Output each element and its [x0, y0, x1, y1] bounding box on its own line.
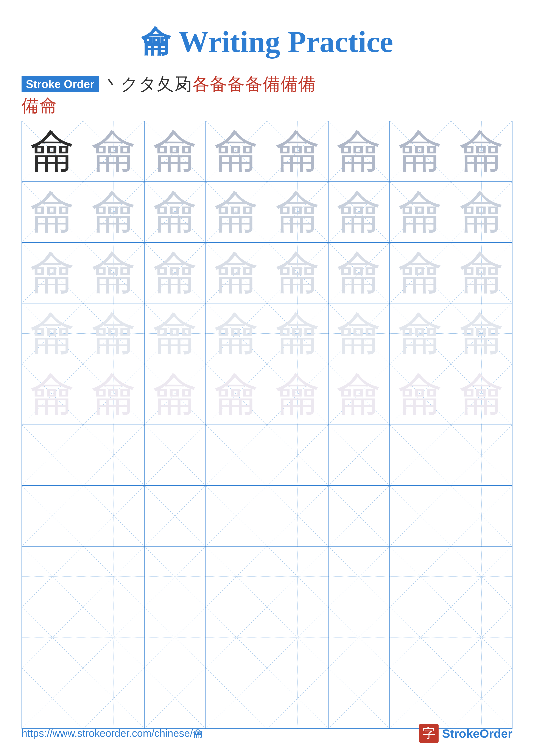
grid-cell-6-3[interactable]: [144, 425, 206, 485]
grid-cell-2-3[interactable]: 龠: [144, 182, 206, 242]
grid-cell-1-2[interactable]: 龠: [83, 121, 145, 181]
footer-url[interactable]: https://www.strokeorder.com/chinese/龠: [21, 726, 203, 740]
grid-cell-2-4[interactable]: 龠: [206, 182, 267, 242]
grid-cell-1-5[interactable]: 龠: [267, 121, 329, 181]
grid-cell-6-5[interactable]: [267, 425, 329, 485]
grid-cell-4-3[interactable]: 龠: [144, 304, 206, 364]
grid-cell-4-4[interactable]: 龠: [206, 304, 267, 364]
grid-cell-3-4[interactable]: 龠: [206, 243, 267, 303]
grid-cell-6-4[interactable]: [206, 425, 267, 485]
grid-cell-7-8[interactable]: [451, 486, 512, 546]
grid-cell-1-4[interactable]: 龠: [206, 121, 267, 181]
grid-cell-6-7[interactable]: [390, 425, 451, 485]
grid-cell-7-7[interactable]: [390, 486, 451, 546]
grid-cell-3-2[interactable]: 龠: [83, 243, 145, 303]
grid-cell-5-2[interactable]: 龠: [83, 364, 145, 424]
grid-cell-2-6[interactable]: 龠: [328, 182, 390, 242]
grid-cell-8-4[interactable]: [206, 547, 267, 607]
grid-cell-4-2[interactable]: 龠: [83, 304, 145, 364]
cell-char-guide: 龠: [214, 311, 259, 356]
svg-line-104: [267, 486, 328, 546]
grid-cell-3-5[interactable]: 龠: [267, 243, 329, 303]
grid-cell-3-6[interactable]: 龠: [328, 243, 390, 303]
grid-cell-7-3[interactable]: [144, 486, 206, 546]
grid-cell-5-5[interactable]: 龠: [267, 364, 329, 424]
grid-cell-4-8[interactable]: 龠: [451, 304, 512, 364]
grid-cell-9-5[interactable]: [267, 607, 329, 668]
svg-line-146: [83, 668, 144, 728]
svg-line-120: [267, 547, 328, 607]
grid-cell-5-3[interactable]: 龠: [144, 364, 206, 424]
stroke-char-5: 各: [192, 75, 209, 93]
grid-cell-10-4[interactable]: [206, 668, 267, 728]
grid-cell-3-7[interactable]: 龠: [390, 243, 451, 303]
grid-cell-8-7[interactable]: [390, 547, 451, 607]
cell-char-guide: 龠: [336, 129, 381, 174]
grid-cell-10-8[interactable]: [451, 668, 512, 728]
grid-cell-8-3[interactable]: [144, 547, 206, 607]
grid-cell-5-6[interactable]: 龠: [328, 364, 390, 424]
grid-cell-9-1[interactable]: [22, 607, 83, 668]
grid-cell-6-8[interactable]: [451, 425, 512, 485]
grid-cell-7-6[interactable]: [328, 486, 390, 546]
grid-cell-5-4[interactable]: 龠: [206, 364, 267, 424]
grid-cell-6-2[interactable]: [83, 425, 145, 485]
grid-cell-8-1[interactable]: [22, 547, 83, 607]
grid-cell-9-6[interactable]: [328, 607, 390, 668]
grid-cell-3-1[interactable]: 龠: [22, 243, 83, 303]
grid-cell-4-1[interactable]: 龠: [22, 304, 83, 364]
svg-line-82: [83, 425, 144, 485]
grid-cell-9-3[interactable]: [144, 607, 206, 668]
grid-cell-7-1[interactable]: [22, 486, 83, 546]
grid-cell-6-1[interactable]: [22, 425, 83, 485]
grid-cell-7-5[interactable]: [267, 486, 329, 546]
svg-line-107: [328, 486, 390, 546]
grid-cell-3-8[interactable]: 龠: [451, 243, 512, 303]
grid-cell-2-5[interactable]: 龠: [267, 182, 329, 242]
grid-cell-1-6[interactable]: 龠: [328, 121, 390, 181]
grid-cell-10-5[interactable]: [267, 668, 329, 728]
cell-char-guide: 龠: [275, 189, 320, 235]
grid-cell-8-6[interactable]: [328, 547, 390, 607]
cell-char-guide: 龠: [30, 250, 75, 295]
grid-cell-3-3[interactable]: 龠: [144, 243, 206, 303]
svg-line-105: [267, 486, 328, 546]
grid-cell-5-8[interactable]: 龠: [451, 364, 512, 424]
grid-cell-1-1[interactable]: 龠: [22, 121, 83, 181]
grid-cell-2-8[interactable]: 龠: [451, 182, 512, 242]
grid-cell-4-7[interactable]: 龠: [390, 304, 451, 364]
grid-cell-10-1[interactable]: [22, 668, 83, 728]
grid-cell-9-2[interactable]: [83, 607, 145, 668]
svg-line-84: [144, 425, 206, 485]
grid-cell-8-2[interactable]: [83, 547, 145, 607]
grid-cell-8-8[interactable]: [451, 547, 512, 607]
page: 龠 Writing Practice Stroke Order 丶 ク タ 夂 …: [0, 0, 534, 756]
grid-cell-10-2[interactable]: [83, 668, 145, 728]
grid-cell-5-7[interactable]: 龠: [390, 364, 451, 424]
stroke-char-0: 丶: [103, 75, 120, 93]
svg-line-145: [22, 668, 83, 728]
grid-cell-9-8[interactable]: [451, 607, 512, 668]
grid-cell-2-7[interactable]: 龠: [390, 182, 451, 242]
grid-cell-1-7[interactable]: 龠: [390, 121, 451, 181]
grid-cell-1-3[interactable]: 龠: [144, 121, 206, 181]
grid-cell-1-8[interactable]: 龠: [451, 121, 512, 181]
svg-line-95: [451, 425, 512, 485]
grid-cell-2-1[interactable]: 龠: [22, 182, 83, 242]
cell-char-guide: 龠: [336, 372, 381, 417]
grid-cell-10-7[interactable]: [390, 668, 451, 728]
grid-cell-10-6[interactable]: [328, 668, 390, 728]
grid-cell-4-6[interactable]: 龠: [328, 304, 390, 364]
grid-cell-9-4[interactable]: [206, 607, 267, 668]
grid-cell-7-4[interactable]: [206, 486, 267, 546]
grid-cell-6-6[interactable]: [328, 425, 390, 485]
grid-cell-7-2[interactable]: [83, 486, 145, 546]
grid-cell-2-2[interactable]: 龠: [83, 182, 145, 242]
grid-cell-5-1[interactable]: 龠: [22, 364, 83, 424]
grid-cell-8-5[interactable]: [267, 547, 329, 607]
grid-cell-10-3[interactable]: [144, 668, 206, 728]
grid-cell-4-5[interactable]: 龠: [267, 304, 329, 364]
grid-cell-9-7[interactable]: [390, 607, 451, 668]
cell-char-dark: 龠: [30, 129, 75, 174]
svg-line-156: [390, 668, 451, 728]
